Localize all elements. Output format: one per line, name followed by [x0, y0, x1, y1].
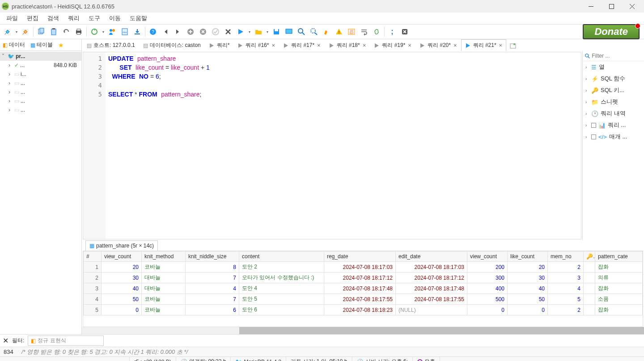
- tab-query-18[interactable]: 쿼리 #18*×: [325, 39, 370, 51]
- link-icon[interactable]: [371, 26, 382, 38]
- tree-item[interactable]: ›✓...848.0 KiB: [0, 61, 81, 70]
- disconnect-icon[interactable]: [20, 26, 31, 38]
- commit-icon[interactable]: [210, 26, 221, 38]
- close-icon[interactable]: ×: [271, 42, 275, 49]
- sql-editor[interactable]: 12345 UPDATE pattern_share SET like_coun…: [83, 52, 581, 239]
- tree-root[interactable]: ˅🐦pr...: [0, 52, 81, 61]
- close-button[interactable]: [622, 0, 642, 13]
- last-icon[interactable]: [172, 26, 184, 38]
- tree-item[interactable]: ›▭...: [0, 88, 81, 97]
- print-icon[interactable]: [73, 26, 85, 38]
- helper-sql-functions[interactable]: ›⚡SQL 함수: [583, 73, 644, 84]
- csv-icon[interactable]: csv: [119, 26, 131, 38]
- tab-query-19[interactable]: 쿼리 #19*×: [370, 39, 415, 51]
- folder-icon[interactable]: [253, 26, 264, 38]
- tab-host[interactable]: ▤호스트: 127.0.0.1: [83, 39, 139, 51]
- close-icon[interactable]: ×: [453, 42, 457, 49]
- sidetab-table[interactable]: ▦테이블: [28, 39, 55, 50]
- menu-file[interactable]: 파일: [2, 13, 22, 24]
- binary-icon[interactable]: 100010: [346, 26, 357, 38]
- warning-icon[interactable]: !: [333, 26, 345, 38]
- table-row[interactable]: 120코바늘8도안 22024-07-08 18:17:032024-07-08…: [84, 262, 643, 273]
- helper-parameters[interactable]: ›</>매개 ...: [583, 131, 644, 143]
- connect-icon[interactable]: [2, 26, 13, 38]
- tab-database[interactable]: ▤데이터베이스: caston: [139, 39, 205, 51]
- menu-go[interactable]: 이동: [105, 13, 125, 24]
- table-row[interactable]: 450코바늘7도안 52024-07-08 18:17:552024-07-08…: [84, 294, 643, 305]
- close-icon[interactable]: ×: [499, 42, 503, 49]
- add-icon[interactable]: [185, 26, 196, 38]
- checkbox[interactable]: [591, 123, 596, 128]
- tab-query-16[interactable]: 쿼리 #16*×: [233, 39, 279, 51]
- help-icon[interactable]: ?: [147, 26, 159, 38]
- screen-icon[interactable]: [283, 26, 295, 38]
- menu-help[interactable]: 도움말: [125, 13, 152, 24]
- close-icon[interactable]: ×: [317, 42, 321, 49]
- tree-item[interactable]: ›▭i...: [0, 70, 81, 79]
- search-icon[interactable]: [296, 26, 307, 38]
- menu-search[interactable]: 검색: [43, 13, 64, 24]
- minimize-button[interactable]: [580, 0, 601, 13]
- export-icon[interactable]: [131, 26, 143, 38]
- cancel-icon[interactable]: [222, 26, 234, 38]
- grid-header[interactable]: #view_countknit_methodknit_niddle_sizeco…: [84, 252, 643, 262]
- close-filter-icon[interactable]: ✕: [3, 336, 8, 345]
- table-row[interactable]: 50코바늘6도안 62024-07-08 18:18:23(NULL)002잡화: [84, 305, 643, 315]
- refresh-icon[interactable]: [89, 26, 100, 38]
- filter-input[interactable]: [592, 53, 642, 59]
- close-icon[interactable]: ×: [363, 42, 366, 49]
- tree-item[interactable]: ›▭...: [0, 79, 81, 88]
- undo-icon[interactable]: [60, 26, 72, 38]
- helper-filter[interactable]: [583, 51, 644, 61]
- stop-icon[interactable]: [399, 26, 411, 38]
- run-icon[interactable]: [235, 26, 246, 38]
- app-icon: HS: [2, 3, 9, 10]
- helper-panel: ›☰열 ›⚡SQL 함수 ›🔑SQL 키... ›📁스니펫 ›🕐쿼리 내역 ›📊…: [582, 51, 644, 240]
- paste-icon[interactable]: [48, 26, 59, 38]
- first-icon[interactable]: [160, 26, 171, 38]
- helper-sql-keywords[interactable]: ›🔑SQL 키...: [583, 84, 644, 96]
- menu-query[interactable]: 쿼리: [64, 13, 84, 24]
- key-icon: 🔑: [591, 87, 598, 94]
- filter-field[interactable]: ◧정규 표현식: [28, 336, 104, 346]
- save-icon[interactable]: [271, 26, 282, 38]
- dropdown-icon[interactable]: ▾: [265, 30, 270, 34]
- semicolon-icon[interactable]: ;: [386, 26, 398, 38]
- db-tree[interactable]: ˅🐦pr... ›✓...848.0 KiB ›▭i... ›▭... ›▭..…: [0, 51, 81, 115]
- menu-tools[interactable]: 도구: [84, 13, 105, 24]
- checkbox[interactable]: [591, 134, 596, 139]
- table-row[interactable]: 230대바늘7오타가 있어서 수정했습니다 :)2024-07-08 18:17…: [84, 273, 643, 283]
- code-area[interactable]: UPDATE pattern_share SET like_count = li…: [106, 52, 581, 239]
- dropdown-icon[interactable]: ▾: [14, 30, 19, 34]
- sidetab-favorite[interactable]: ★: [55, 40, 67, 50]
- sidetab-data[interactable]: ◧데이터: [0, 39, 28, 50]
- helper-query-profile[interactable]: ›📊쿼리 ...: [583, 119, 644, 131]
- tree-item[interactable]: ›▭...: [0, 105, 81, 114]
- tab-query-20[interactable]: 쿼리 #20*×: [415, 39, 461, 51]
- tab-query[interactable]: 쿼리*: [205, 39, 234, 51]
- dropdown-icon[interactable]: ▾: [101, 30, 106, 34]
- result-tab[interactable]: ▦pattern_share (5r × 14c): [85, 240, 158, 251]
- tree-item[interactable]: ›▭...: [0, 97, 81, 105]
- helper-query-history[interactable]: ›🕐쿼리 내역: [583, 108, 644, 119]
- close-icon[interactable]: ×: [408, 42, 411, 49]
- horizontal-scrollbar[interactable]: [82, 327, 644, 334]
- table-row[interactable]: 340대바늘4도안 42024-07-08 18:17:482024-07-08…: [84, 283, 643, 294]
- copy-icon[interactable]: [35, 26, 47, 38]
- zoom-icon[interactable]: [308, 26, 320, 38]
- wrap-icon[interactable]: [358, 26, 370, 38]
- remove-icon[interactable]: [197, 26, 209, 38]
- highlight-icon[interactable]: [321, 26, 332, 38]
- result-grid[interactable]: #view_countknit_methodknit_niddle_sizeco…: [83, 251, 643, 327]
- helper-snippets[interactable]: ›📁스니펫: [583, 96, 644, 108]
- menu-edit[interactable]: 편집: [22, 13, 43, 24]
- donate-button[interactable]: Donate: [583, 24, 640, 39]
- users-icon[interactable]: [106, 26, 118, 38]
- add-tab-button[interactable]: [508, 41, 518, 51]
- helper-columns[interactable]: ›☰열: [583, 61, 644, 73]
- connection-status: 🕐연결됨: 09:22 h: [176, 357, 231, 361]
- tab-query-21[interactable]: 쿼리 #21*×: [461, 39, 507, 51]
- dropdown-icon[interactable]: ▾: [247, 30, 252, 34]
- maximize-button[interactable]: [601, 0, 622, 13]
- tab-query-17[interactable]: 쿼리 #17*×: [279, 39, 325, 51]
